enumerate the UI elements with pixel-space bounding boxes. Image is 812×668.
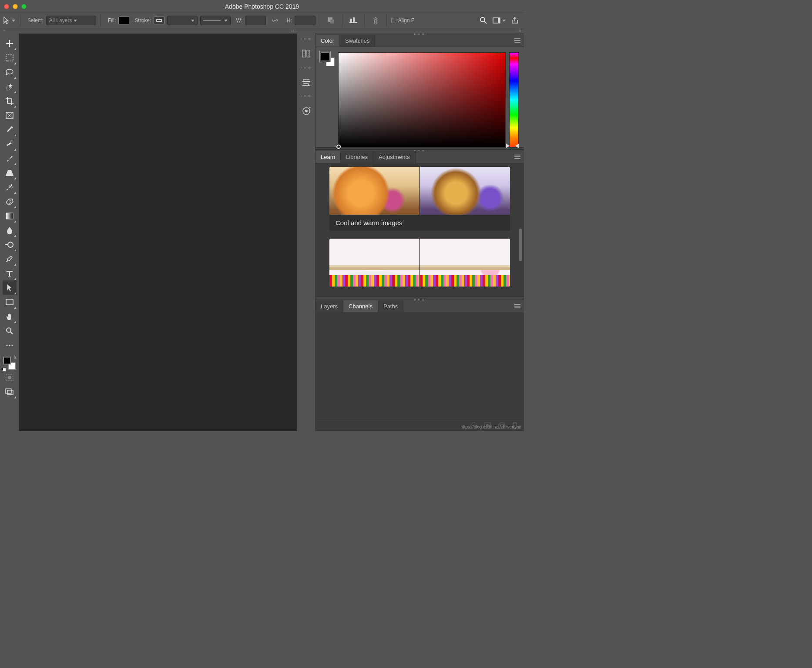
tab-layers[interactable]: Layers [315,300,343,312]
panel-menu-button[interactable] [514,37,520,44]
panel-menu-button[interactable] [514,154,520,160]
dodge-tool[interactable] [3,237,17,252]
width-field[interactable] [245,16,266,25]
collapse-dock-icon[interactable]: ‹‹ [291,28,294,33]
learn-panel-body: Cool and warm images [315,163,524,297]
svg-rect-28 [7,390,13,395]
type-tool[interactable] [3,266,17,280]
svg-rect-5 [353,17,355,22]
tab-paths[interactable]: Paths [378,300,403,312]
clone-stamp-tool[interactable] [3,165,17,180]
svg-line-22 [10,332,13,334]
swap-colors-icon[interactable]: ⤭ [13,355,17,360]
tutorial-card[interactable]: Cool and warm images [329,167,510,231]
layers-panel-group: Layers Channels Paths https://blog.csdn.… [315,299,524,431]
svg-rect-17 [6,213,13,219]
spot-healing-brush-tool[interactable] [3,137,17,151]
history-brush-tool[interactable] [3,180,17,194]
frame-tool[interactable] [3,108,17,122]
tutorial-caption: Cool and warm images [329,215,510,231]
path-arrangement-button[interactable] [369,14,382,27]
stroke-width-dropdown[interactable] [167,16,198,25]
stroke-style-dropdown[interactable] [200,16,231,25]
zoom-tool[interactable] [3,324,17,338]
title-bar: Adobe Photoshop CC 2019 [0,0,524,13]
width-label: W: [236,17,242,24]
scrollbar-thumb[interactable] [519,229,522,261]
options-bar: Select: All Layers Fill: Stroke: W: H: A… [0,13,524,28]
lasso-tool[interactable] [3,65,17,79]
stroke-color-swatch[interactable] [154,17,164,24]
link-wh-button[interactable] [268,14,282,27]
height-label: H: [287,17,292,24]
color-fgbg-swatch[interactable] [321,52,335,66]
blur-tool[interactable] [3,223,17,237]
brush-tool[interactable] [3,151,17,165]
tutorial-card[interactable] [329,239,510,287]
tab-libraries[interactable]: Libraries [341,151,373,163]
fill-color-swatch[interactable] [118,17,129,24]
foreground-background-colors[interactable]: ⤭ [3,356,17,370]
svg-rect-19 [5,244,8,245]
current-tool-indicator[interactable] [3,14,16,27]
svg-rect-32 [302,81,310,82]
svg-rect-2 [330,20,334,24]
right-panel-dock: ›› Color Swatches Learn Libraries Adjust… [315,34,524,431]
workspace-switcher[interactable] [493,14,506,27]
path-operations-button[interactable] [325,14,338,27]
quick-selection-tool[interactable] [3,79,17,94]
crop-tool[interactable] [3,94,17,108]
tutorial-thumbnail [329,167,510,215]
height-field[interactable] [295,16,315,25]
select-layers-dropdown[interactable]: All Layers [46,16,96,25]
svg-rect-9 [498,18,500,23]
svg-point-18 [8,242,13,247]
tutorial-thumbnail [329,239,510,287]
tab-learn[interactable]: Learn [315,151,341,163]
fill-label: Fill: [108,17,116,24]
path-selection-tool[interactable] [3,280,17,295]
learn-panel-group: Learn Libraries Adjustments Cool and war… [315,150,524,297]
tab-adjustments[interactable]: Adjustments [373,151,416,163]
svg-point-24 [9,344,10,346]
svg-rect-10 [6,55,13,61]
color-panel-body [315,47,524,147]
eyedropper-tool[interactable] [3,122,17,137]
color-panel-group: Color Swatches [315,34,524,147]
svg-rect-4 [350,19,352,22]
hand-tool[interactable] [3,309,17,324]
tab-channels[interactable]: Channels [343,300,378,312]
path-alignment-button[interactable] [347,14,360,27]
tools-panel: ⤭ [0,34,19,431]
quick-mask-mode-button[interactable] [3,370,17,385]
expand-left-icon[interactable]: ›› [3,28,6,34]
rectangle-tool[interactable] [3,295,17,309]
stroke-label: Stroke: [134,17,151,24]
svg-rect-20 [6,299,13,305]
select-label: Select: [27,17,44,24]
tab-color[interactable]: Color [315,35,340,47]
collapsed-panel-dock [297,34,315,431]
collapse-panels-icon[interactable]: ›› [518,28,521,33]
svg-point-23 [6,344,7,346]
hue-slider[interactable] [509,52,519,147]
move-tool[interactable] [3,36,17,51]
svg-point-35 [305,110,308,112]
pen-tool[interactable] [3,252,17,266]
tab-swatches[interactable]: Swatches [340,35,375,47]
edit-toolbar-button[interactable] [3,338,17,352]
brush-settings-panel-icon[interactable] [300,105,313,118]
search-icon [480,17,487,24]
saturation-brightness-field[interactable] [338,52,506,147]
share-button[interactable] [508,14,521,27]
properties-panel-icon[interactable] [300,76,313,89]
align-edges-checkbox[interactable]: Align E [391,14,415,27]
panel-menu-button[interactable] [514,303,520,310]
svg-line-7 [484,21,487,24]
history-panel-icon[interactable] [300,47,313,60]
rectangular-marquee-tool[interactable] [3,51,17,65]
eraser-tool[interactable] [3,194,17,209]
screen-mode-button[interactable] [3,385,17,399]
search-button[interactable] [477,14,490,27]
gradient-tool[interactable] [3,209,17,223]
